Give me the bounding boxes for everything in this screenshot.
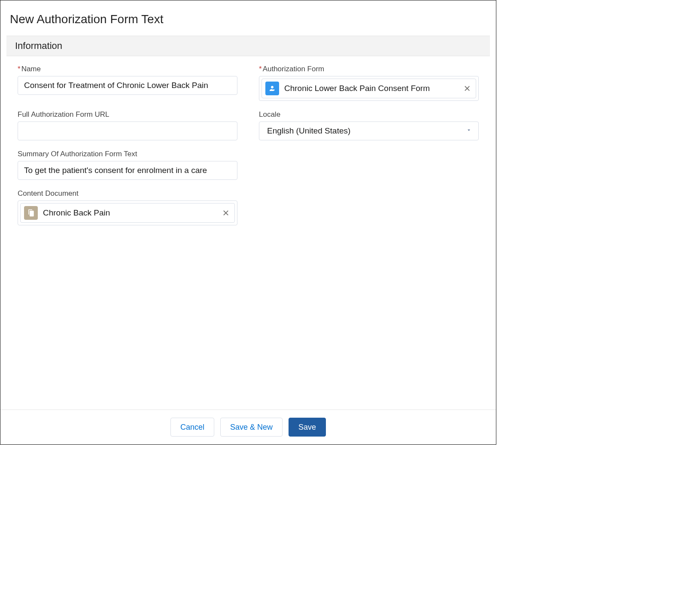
locale-label: Locale — [259, 110, 479, 119]
required-asterisk: * — [259, 65, 262, 73]
field-name: *Name — [18, 65, 237, 101]
content-document-pill: Chronic Back Pain — [20, 203, 235, 223]
save-button[interactable]: Save — [289, 418, 326, 437]
svg-point-0 — [273, 89, 274, 91]
locale-select[interactable]: English (United States) — [259, 121, 479, 140]
authorization-form-pill: Chronic Lower Back Pain Consent Form — [261, 79, 476, 98]
content-document-lookup[interactable]: Chronic Back Pain — [18, 200, 237, 225]
section-header-information: Information — [6, 36, 490, 56]
summary-label: Summary Of Authorization Form Text — [18, 150, 237, 158]
form-body: *Name *Authorization Form Chronic Lower … — [0, 56, 496, 410]
content-document-remove-button[interactable] — [221, 208, 231, 218]
modal-footer: Cancel Save & New Save — [0, 410, 496, 444]
content-document-label: Content Document — [18, 189, 237, 198]
person-icon — [265, 82, 279, 95]
url-label: Full Authorization Form URL — [18, 110, 237, 119]
locale-value: English (United States) — [267, 126, 350, 136]
field-content-document: Content Document Chronic Back Pain — [18, 189, 237, 225]
required-asterisk: * — [18, 65, 21, 73]
save-and-new-button[interactable]: Save & New — [220, 418, 283, 437]
field-summary: Summary Of Authorization Form Text — [18, 150, 237, 180]
authorization-form-value: Chronic Lower Back Pain Consent Form — [284, 84, 457, 93]
modal-title: New Authorization Form Text — [0, 0, 496, 36]
name-input[interactable] — [18, 76, 237, 95]
summary-input[interactable] — [18, 161, 237, 180]
field-url: Full Authorization Form URL — [18, 110, 237, 140]
name-label: *Name — [18, 65, 237, 73]
authorization-form-label: *Authorization Form — [259, 65, 479, 73]
authorization-form-lookup[interactable]: Chronic Lower Back Pain Consent Form — [259, 76, 479, 101]
close-icon — [464, 85, 471, 92]
cancel-button[interactable]: Cancel — [170, 418, 214, 437]
authorization-form-remove-button[interactable] — [462, 83, 472, 94]
content-document-value: Chronic Back Pain — [43, 208, 216, 218]
close-icon — [222, 209, 229, 216]
field-locale: Locale English (United States) — [259, 110, 479, 140]
locale-select-wrap: English (United States) — [259, 121, 479, 140]
document-icon — [24, 206, 38, 220]
field-authorization-form: *Authorization Form Chronic Lower Back P… — [259, 65, 479, 101]
new-authorization-form-text-modal: New Authorization Form Text Information … — [0, 0, 496, 445]
url-input[interactable] — [18, 121, 237, 140]
